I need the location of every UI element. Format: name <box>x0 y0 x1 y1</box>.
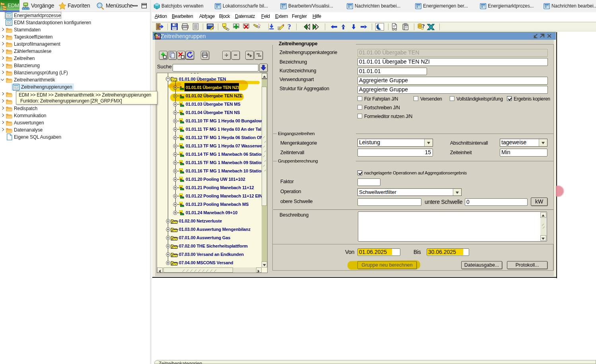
svg-text:?: ? <box>287 23 291 31</box>
svg-text:?: ? <box>422 23 425 29</box>
